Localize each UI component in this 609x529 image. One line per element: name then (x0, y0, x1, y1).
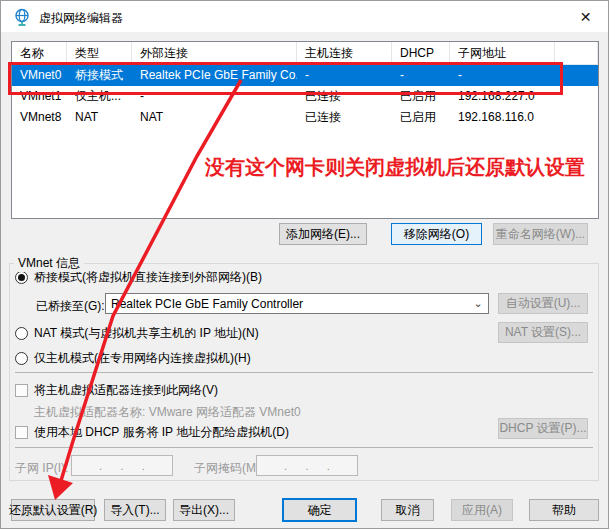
nat-mode-radio[interactable]: NAT 模式(与虚拟机共享主机的 IP 地址)(N) (15, 326, 259, 340)
host-only-mode-radio[interactable]: 仅主机模式(在专用网络内连接虚拟机)(H) (15, 351, 251, 365)
rename-network-button: 重命名网络(W)... (493, 223, 588, 245)
virtual-network-editor-window: 虚拟网络编辑器 ✕ 名称 类型 外部连接 主机连接 DHCP 子网地址 VMne… (0, 0, 609, 529)
radio-selected-icon (15, 271, 28, 284)
subnet-ip-input: . . . (71, 455, 173, 476)
help-button[interactable]: 帮助 (529, 499, 599, 521)
cancel-button[interactable]: 取消 (381, 499, 434, 521)
window-title: 虚拟网络编辑器 (39, 10, 123, 27)
subnet-ip-label: 子网 IP(I): (15, 460, 68, 477)
bridged-to-dropdown[interactable]: Realtek PCIe GbE Family Controller ⌄ (105, 293, 489, 314)
annotation-highlight-box (8, 62, 563, 95)
remove-network-button[interactable]: 移除网络(O) (391, 223, 482, 245)
col-header-external[interactable]: 外部连接 (132, 42, 297, 64)
col-header-type[interactable]: 类型 (67, 42, 132, 64)
radio-icon (15, 352, 28, 365)
host-adapter-name-note: 主机虚拟适配器名称: VMware 网络适配器 VMnet0 (34, 404, 301, 421)
bridged-mode-radio[interactable]: 桥接模式(将虚拟机直接连接到外部网络)(B) (15, 270, 262, 284)
add-network-button[interactable]: 添加网络(E)... (279, 223, 367, 245)
table-row-vmnet8[interactable]: VMnet8 NAT NAT 已连接 已启用 192.168.116.0 (12, 107, 598, 128)
radio-icon (15, 327, 28, 340)
checkbox-icon (15, 384, 28, 397)
vmnet-info-group-title: VMnet 信息 (14, 255, 84, 272)
export-button[interactable]: 导出(X)... (173, 499, 235, 521)
connect-host-adapter-checkbox: 将主机虚拟适配器连接到此网络(V) (15, 383, 218, 397)
bridged-to-label: 已桥接至(G): (36, 298, 105, 315)
import-button[interactable]: 导入(T)... (104, 499, 166, 521)
use-local-dhcp-checkbox: 使用本地 DHCP 服务将 IP 地址分配给虚拟机(D) (15, 425, 289, 439)
subnet-mask-input: . . . (256, 455, 358, 476)
nat-settings-button: NAT 设置(S)... (498, 322, 588, 343)
bridged-to-value: Realtek PCIe GbE Family Controller (106, 297, 468, 311)
dhcp-settings-button: DHCP 设置(P)... (498, 418, 588, 439)
checkbox-icon (15, 426, 28, 439)
divider (15, 447, 593, 448)
col-header-hostconn[interactable]: 主机连接 (297, 42, 392, 64)
annotation-text: 没有这个网卡则关闭虚拟机后还原默认设置 (205, 154, 585, 181)
col-header-subnet[interactable]: 子网地址 (450, 42, 555, 64)
subnet-mask-label: 子网掩码(M): (194, 460, 263, 477)
restore-defaults-button[interactable]: 还原默认设置(R) (11, 499, 95, 521)
ok-button[interactable]: 确定 (282, 498, 357, 522)
divider (15, 372, 593, 373)
chevron-down-icon: ⌄ (468, 297, 488, 310)
col-header-name[interactable]: 名称 (12, 42, 67, 64)
auto-settings-button: 自动设置(U)... (498, 293, 588, 314)
network-globe-icon (13, 8, 31, 26)
apply-button: 应用(A) (451, 499, 513, 521)
col-header-dhcp[interactable]: DHCP (392, 42, 450, 64)
close-icon[interactable]: ✕ (563, 1, 608, 32)
title-bar: 虚拟网络编辑器 ✕ (1, 1, 608, 32)
